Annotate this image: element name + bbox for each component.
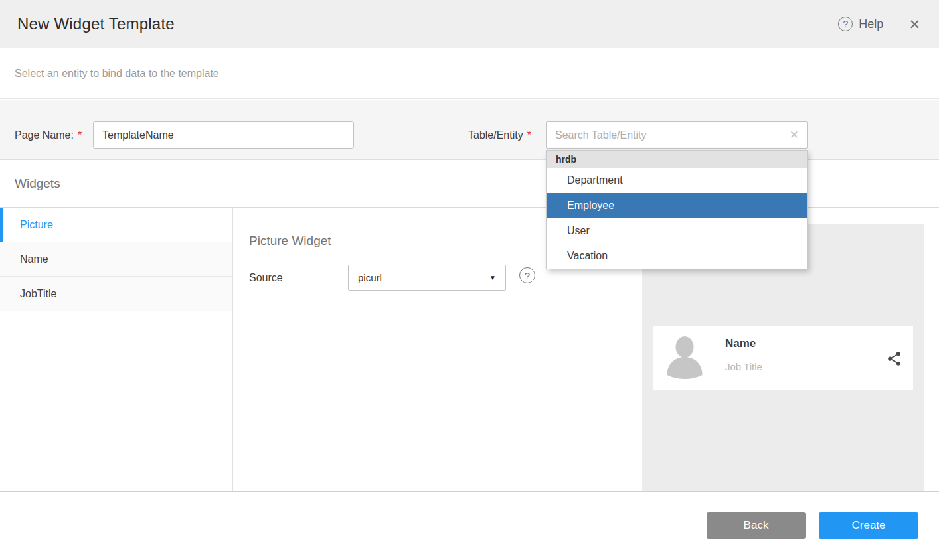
dropdown-group-header: hrdb	[547, 151, 807, 168]
person-silhouette-icon	[666, 335, 703, 382]
dropdown-item-department[interactable]: Department	[547, 168, 807, 193]
subtitle-text: Select an entity to bind data to the tem…	[15, 68, 219, 80]
page-name-input[interactable]	[93, 121, 354, 149]
page-title: New Widget Template	[17, 15, 175, 33]
required-asterisk: *	[78, 129, 82, 141]
tab-name[interactable]: Name	[0, 242, 232, 277]
entity-dropdown: hrdb Department Employee User Vacation	[546, 150, 808, 269]
preview-card: Name Job Title	[653, 326, 913, 390]
help-icon: ?	[838, 17, 853, 31]
source-help-icon[interactable]: ?	[519, 267, 535, 283]
back-button[interactable]: Back	[707, 512, 806, 539]
table-entity-search-input[interactable]	[547, 129, 790, 141]
help-button[interactable]: ? Help	[838, 17, 883, 31]
share-icon	[886, 350, 902, 370]
help-label: Help	[859, 17, 883, 31]
header-actions: ? Help ✕	[838, 0, 920, 48]
new-widget-template-dialog: New Widget Template ? Help ✕ Select an e…	[0, 0, 939, 560]
dropdown-item-user[interactable]: User	[547, 218, 807, 244]
chevron-down-icon: ▼	[489, 274, 496, 281]
preview-name-text: Name	[725, 337, 756, 350]
table-entity-search-box[interactable]: ✕	[546, 121, 808, 149]
dropdown-item-employee[interactable]: Employee	[547, 193, 807, 218]
widgets-title: Widgets	[15, 176, 60, 191]
source-label: Source	[249, 265, 283, 291]
subtitle-bar: Select an entity to bind data to the tem…	[0, 49, 939, 99]
tab-jobtitle[interactable]: JobTitle	[0, 277, 232, 311]
create-button[interactable]: Create	[819, 512, 918, 539]
required-asterisk: *	[527, 129, 531, 141]
page-name-label: Page Name: *	[15, 121, 82, 149]
widget-tabs: Picture Name JobTitle	[0, 208, 233, 491]
table-entity-label: Table/Entity *	[468, 121, 531, 149]
dialog-footer: Back Create	[0, 492, 939, 560]
widget-editor-title: Picture Widget	[249, 234, 331, 248]
preview-job-title-text: Job Title	[725, 361, 762, 372]
source-select[interactable]: picurl ▼	[348, 265, 506, 291]
dialog-header: New Widget Template ? Help ✕	[0, 0, 939, 48]
tab-picture[interactable]: Picture	[0, 208, 232, 242]
close-icon[interactable]: ✕	[908, 17, 920, 31]
source-select-value: picurl	[358, 272, 382, 283]
clear-search-icon[interactable]: ✕	[790, 129, 799, 141]
dropdown-item-vacation[interactable]: Vacation	[547, 244, 807, 269]
